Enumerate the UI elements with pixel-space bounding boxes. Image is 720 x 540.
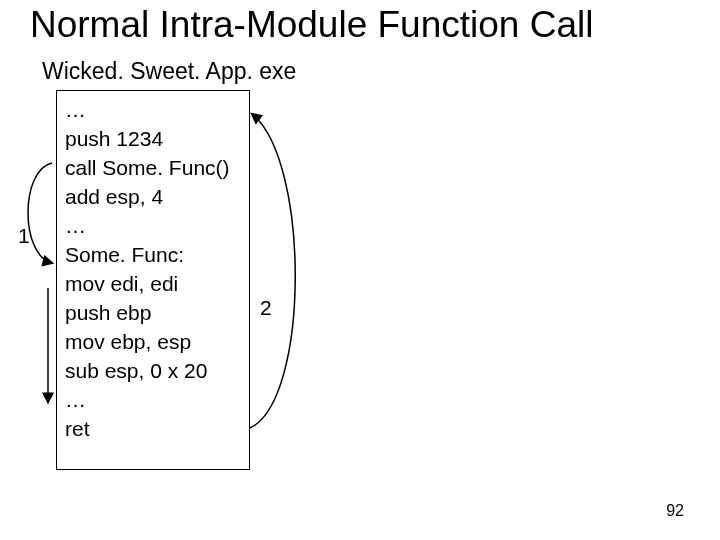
- code-line: Some. Func:: [65, 240, 241, 269]
- code-line: sub esp, 0 x 20: [65, 356, 241, 385]
- slide-title: Normal Intra-Module Function Call: [30, 4, 593, 46]
- code-line: ret: [65, 414, 241, 443]
- code-box: … push 1234 call Some. Func() add esp, 4…: [56, 90, 250, 470]
- code-line: push 1234: [65, 124, 241, 153]
- arrow-label-1: 1: [18, 224, 30, 248]
- module-name: Wicked. Sweet. App. exe: [42, 58, 296, 85]
- code-line: add esp, 4: [65, 182, 241, 211]
- code-line: push ebp: [65, 298, 241, 327]
- code-line: …: [65, 385, 241, 414]
- arrow-label-2: 2: [260, 296, 272, 320]
- code-line: mov ebp, esp: [65, 327, 241, 356]
- code-line: mov edi, edi: [65, 269, 241, 298]
- code-line: …: [65, 95, 241, 124]
- page-number: 92: [666, 502, 684, 520]
- code-line: …: [65, 211, 241, 240]
- code-line: call Some. Func(): [65, 153, 241, 182]
